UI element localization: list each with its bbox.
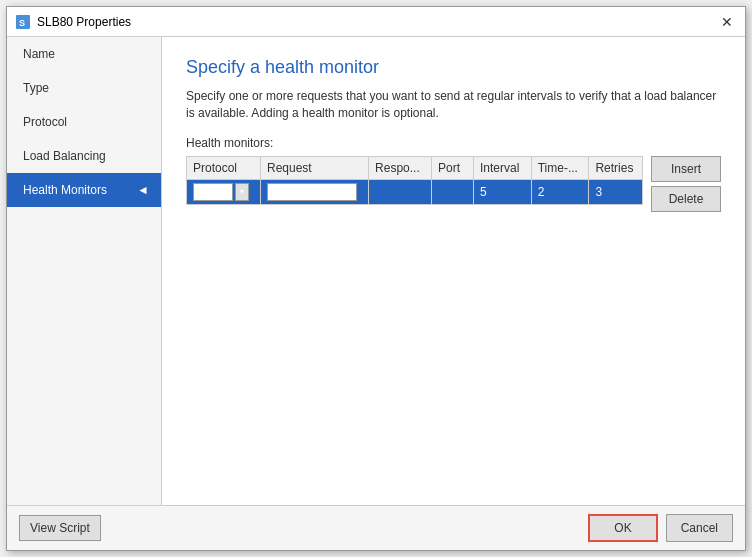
close-button[interactable]: ✕ [717,12,737,32]
main-window: S SLB80 Properties ✕ Name Type Protocol … [6,6,746,551]
bottom-right-buttons: OK Cancel [588,514,733,542]
health-monitors-table-area: Protocol Request Respo... Port Interval … [186,156,643,205]
cell-timeout[interactable]: 2 [531,179,589,204]
request-input[interactable] [267,183,357,201]
health-monitors-table: Protocol Request Respo... Port Interval … [187,157,642,204]
cell-request [260,179,368,204]
sidebar-item-protocol[interactable]: Protocol [7,105,161,139]
title-bar: S SLB80 Properties ✕ [7,7,745,37]
view-script-button[interactable]: View Script [19,515,101,541]
title-bar-left: S SLB80 Properties [15,14,131,30]
sidebar-item-type[interactable]: Type [7,71,161,105]
table-header-row: Protocol Request Respo... Port Interval … [187,157,642,180]
col-retries: Retries [589,157,642,180]
col-request: Request [260,157,368,180]
cell-protocol: ▾ Http Tcp [187,179,260,204]
col-interval: Interval [474,157,532,180]
cell-port[interactable] [432,179,474,204]
cell-retries[interactable]: 3 [589,179,642,204]
cell-interval[interactable]: 5 [474,179,532,204]
col-response: Respo... [369,157,432,180]
page-title: Specify a health monitor [186,57,721,78]
table-with-buttons: Protocol Request Respo... Port Interval … [186,156,721,212]
sidebar-item-name[interactable]: Name [7,37,161,71]
col-port: Port [432,157,474,180]
window-icon: S [15,14,31,30]
window-title: SLB80 Properties [37,15,131,29]
cell-response[interactable] [369,179,432,204]
main-content: Specify a health monitor Specify one or … [162,37,745,505]
sidebar: Name Type Protocol Load Balancing Health… [7,37,162,505]
protocol-dropdown-arrow[interactable]: ▾ [235,183,249,201]
cancel-button[interactable]: Cancel [666,514,733,542]
insert-button[interactable]: Insert [651,156,721,182]
sidebar-item-health-monitors[interactable]: Health Monitors ◄ [7,173,161,207]
col-protocol: Protocol [187,157,260,180]
col-timeout: Time-... [531,157,589,180]
sidebar-item-load-balancing[interactable]: Load Balancing [7,139,161,173]
svg-text:S: S [19,18,25,28]
action-buttons: Insert Delete [651,156,721,212]
protocol-cell-container: ▾ Http Tcp [193,183,254,201]
delete-button[interactable]: Delete [651,186,721,212]
window-body: Name Type Protocol Load Balancing Health… [7,37,745,505]
protocol-input[interactable] [193,183,233,201]
table-row: ▾ Http Tcp [187,179,642,204]
sidebar-active-arrow: ◄ [137,183,149,197]
section-label: Health monitors: [186,136,721,150]
bottom-bar: View Script OK Cancel [7,505,745,550]
ok-button[interactable]: OK [588,514,657,542]
description-text: Specify one or more requests that you wa… [186,88,721,122]
